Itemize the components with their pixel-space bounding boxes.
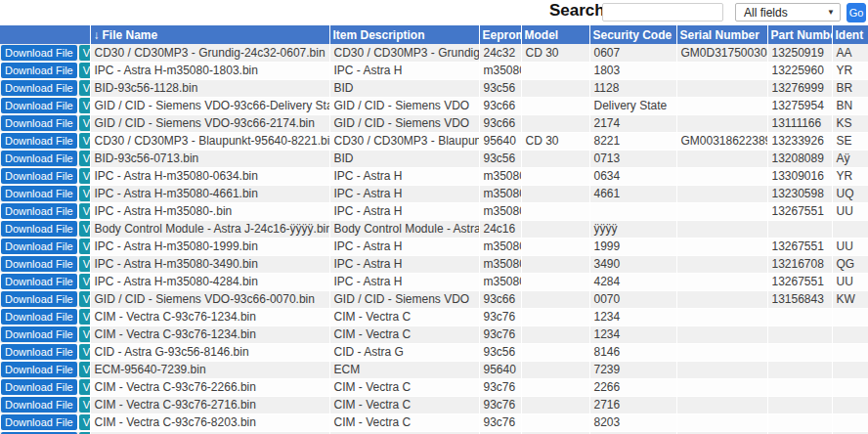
table-row: Download FileView CID - Astra G-93c56-81… [0, 343, 868, 361]
part-number-cell [767, 220, 832, 238]
actions-cell: Download FileView [0, 202, 90, 220]
download-file-button[interactable]: Download File [1, 168, 77, 184]
view-button[interactable]: View [79, 98, 90, 113]
download-file-button[interactable]: Download File [1, 326, 77, 342]
part-number-cell: 13156843 [767, 290, 832, 308]
field-select[interactable]: All fields ▼ [735, 3, 841, 22]
ident-cell [832, 413, 868, 431]
download-file-button[interactable]: Download File [1, 203, 77, 219]
column-header-eeprom[interactable]: Eeprom [479, 25, 521, 44]
download-file-button[interactable]: Download File [1, 362, 77, 377]
view-button[interactable]: View [79, 63, 90, 78]
go-button[interactable]: Go [846, 3, 866, 22]
view-button[interactable]: View [79, 168, 90, 184]
view-button[interactable]: View [79, 397, 90, 412]
view-button[interactable]: View [79, 362, 90, 377]
download-file-button[interactable]: Download File [1, 80, 77, 96]
column-header-file-name[interactable]: ↓File Name [90, 25, 329, 44]
eeprom-cell: 24c16 [479, 220, 521, 238]
actions-cell: Download FileView [0, 326, 90, 343]
download-file-button[interactable]: Download File [1, 379, 77, 395]
view-button[interactable]: View [79, 221, 90, 237]
download-file-button[interactable]: Download File [1, 151, 77, 166]
view-button[interactable]: View [79, 414, 90, 430]
model-cell: CD 30 [521, 132, 589, 150]
view-button[interactable]: View [79, 256, 90, 272]
table-row: Download FileView CIM - Vectra C-93c76-1… [0, 308, 868, 326]
view-button[interactable]: View [79, 291, 90, 307]
view-button[interactable]: View [79, 239, 90, 254]
table-row: Download FileView CIM - Vectra C-93c76-2… [0, 396, 868, 413]
column-header-serial-number[interactable]: Serial Number [676, 25, 767, 44]
file-name-cell: BID-93c56-1128.bin [90, 79, 329, 97]
column-header-item-description[interactable]: Item Description [329, 25, 479, 44]
part-number-cell: 13233926 [767, 132, 832, 150]
download-file-button[interactable]: Download File [1, 115, 77, 131]
eeprom-cell: m35080 [479, 62, 521, 79]
view-button[interactable]: View [79, 344, 90, 360]
file-name-cell: CIM - Vectra C-93c76-1234.bin [90, 308, 329, 326]
file-name-cell: IPC - Astra H-m35080-4661.bin [90, 185, 329, 202]
column-header-model[interactable]: Model [521, 25, 589, 44]
download-file-button[interactable]: Download File [1, 63, 77, 78]
download-file-button[interactable]: Download File [1, 309, 77, 325]
download-file-button[interactable]: Download File [1, 98, 77, 113]
model-cell [521, 202, 589, 220]
download-file-button[interactable]: Download File [1, 239, 77, 254]
model-cell: CD 30 [521, 44, 589, 62]
view-button[interactable]: View [79, 274, 90, 289]
serial-number-cell [676, 378, 767, 396]
view-button[interactable]: View [79, 186, 90, 201]
model-cell [521, 361, 589, 378]
view-button[interactable]: View [79, 115, 90, 131]
download-file-button[interactable]: Download File [1, 397, 77, 412]
table-body: Download FileView CD30 / CD30MP3 - Grund… [0, 44, 868, 434]
view-button[interactable]: View [79, 133, 90, 149]
eeprom-cell: 95640 [479, 132, 521, 150]
download-file-button[interactable]: Download File [1, 291, 77, 307]
item-description-cell: ECM [329, 361, 479, 378]
search-input[interactable] [602, 3, 723, 22]
model-cell [521, 62, 589, 79]
download-file-button[interactable]: Download File [1, 344, 77, 360]
download-file-button[interactable]: Download File [1, 274, 77, 289]
column-header-ident[interactable]: Ident [832, 25, 868, 44]
serial-number-cell [676, 62, 767, 79]
security-code-cell: 3490 [589, 255, 676, 273]
ident-cell: KW [832, 290, 868, 308]
file-name-cell: CID - Astra G-93c56-8146.bin [90, 343, 329, 361]
serial-number-cell [676, 255, 767, 273]
model-cell [521, 185, 589, 202]
column-header-security-code[interactable]: Security Code [589, 25, 676, 44]
sort-descending-icon: ↓ [94, 28, 100, 42]
download-file-button[interactable]: Download File [1, 414, 77, 430]
download-file-button[interactable]: Download File [1, 45, 77, 61]
item-description-cell: Body Control Module - Astra J [329, 220, 479, 238]
download-file-button[interactable]: Download File [1, 221, 77, 237]
file-name-cell: CIM - Vectra C-93c76-2716.bin [90, 396, 329, 413]
chevron-down-icon: ▼ [827, 9, 835, 17]
ident-cell [832, 326, 868, 343]
view-button[interactable]: View [79, 379, 90, 395]
table-row: Download FileView CD30 / CD30MP3 - Blaup… [0, 132, 868, 150]
actions-cell: Download FileView [0, 273, 90, 290]
column-header-part-number[interactable]: Part Number [767, 25, 832, 44]
file-name-cell: CIM - Vectra C-93c76-8203.bin [90, 413, 329, 431]
download-file-button[interactable]: Download File [1, 186, 77, 201]
download-file-button[interactable]: Download File [1, 133, 77, 149]
item-description-cell: CID - Astra G [329, 343, 479, 361]
part-number-cell [767, 308, 832, 326]
view-button[interactable]: View [79, 309, 90, 325]
download-file-button[interactable]: Download File [1, 256, 77, 272]
view-button[interactable]: View [79, 80, 90, 96]
part-number-cell: 13111166 [767, 114, 832, 132]
file-name-cell: GID / CID - Siemens VDO-93c66-0070.bin [90, 290, 329, 308]
actions-cell: Download FileView [0, 167, 90, 185]
view-button[interactable]: View [79, 45, 90, 61]
security-code-cell: 2266 [589, 378, 676, 396]
view-button[interactable]: View [79, 203, 90, 219]
view-button[interactable]: View [79, 151, 90, 166]
view-button[interactable]: View [79, 326, 90, 342]
security-code-cell: 8203 [589, 413, 676, 431]
item-description-cell: BID [329, 79, 479, 97]
